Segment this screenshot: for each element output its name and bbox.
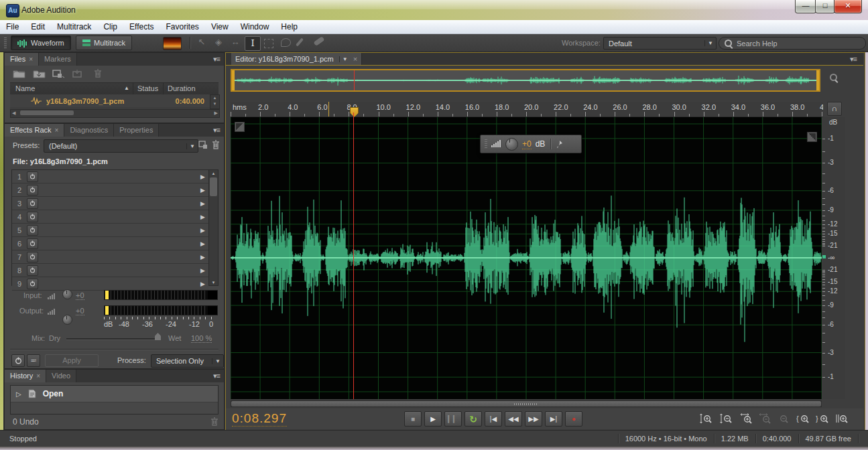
rack-vscrollbar[interactable]: ▲ ▼	[208, 169, 219, 286]
column-name[interactable]: Name	[15, 84, 35, 92]
menu-item-favorites[interactable]: Favorites	[160, 20, 205, 33]
scroll-thumb[interactable]	[20, 110, 74, 115]
tab-editor[interactable]: Editor: y16L8g3m7090_1.pcm ▼ ×	[231, 53, 362, 65]
menu-item-clip[interactable]: Clip	[97, 20, 123, 33]
go-to-start-button[interactable]: |◀	[485, 411, 502, 427]
panel-menu-icon[interactable]: ▾≡	[850, 55, 857, 64]
slot-expand-icon[interactable]: ▶	[200, 227, 205, 234]
rack-slot-row[interactable]: 6▶	[12, 237, 209, 250]
zoom-in-horizontal-button[interactable]	[739, 412, 753, 425]
files-vscrollbar[interactable]: ▲▼	[210, 94, 220, 109]
slot-power-button[interactable]	[27, 171, 38, 182]
tab-markers[interactable]: Markers	[39, 53, 77, 66]
zoom-navigator-strip[interactable]	[231, 69, 820, 92]
scroll-thumb[interactable]	[210, 177, 217, 196]
history-trash-icon[interactable]	[210, 417, 219, 427]
menu-item-help[interactable]: Help	[275, 20, 304, 33]
search-help-input[interactable]: Search Help	[719, 37, 866, 50]
chevron-down-icon[interactable]: ▼	[339, 56, 351, 62]
zoom-out-vertical-button[interactable]	[719, 412, 733, 425]
hud-gain-value[interactable]: +0	[522, 139, 532, 149]
range-handle-right[interactable]	[816, 70, 819, 90]
open-file-icon[interactable]	[13, 69, 26, 78]
rack-slot-row[interactable]: 4▶	[12, 210, 209, 224]
tab-diagnostics[interactable]: Diagnostics	[64, 124, 114, 137]
panel-menu-icon[interactable]: ▾≡	[213, 126, 220, 135]
db-ruler[interactable]: dB -1-1-3-3-6-6-9-9-12-12-15-15-21-21-∞	[822, 117, 845, 399]
tab-history[interactable]: History×	[5, 370, 46, 382]
column-status[interactable]: Status	[137, 84, 158, 92]
maximize-button[interactable]: □	[815, 0, 835, 13]
slot-expand-icon[interactable]: ▶	[200, 281, 205, 287]
delete-preset-trash-icon[interactable]	[211, 139, 221, 150]
rack-slot-row[interactable]: 8▶	[12, 264, 209, 277]
waveform-display[interactable]	[231, 117, 822, 399]
process-dropdown[interactable]: Selection Only ▼	[151, 354, 224, 368]
file-row[interactable]: y16L8g3m7090_1.pcm 0:40.000	[10, 94, 210, 108]
lasso-tool-icon[interactable]	[281, 38, 291, 47]
panel-menu-icon[interactable]: ▾≡	[213, 55, 220, 64]
tab-properties[interactable]: Properties	[114, 124, 159, 137]
zoom-out-full-icon[interactable]	[830, 74, 837, 82]
menu-item-multitrack[interactable]: Multitrack	[51, 20, 97, 33]
rack-slot-row[interactable]: 9▶	[12, 277, 209, 291]
output-gain-value[interactable]: +0	[76, 307, 84, 315]
zoom-in-vertical-button[interactable]	[698, 412, 713, 425]
zoom-out-horizontal-button[interactable]	[757, 412, 772, 425]
time-display[interactable]: 0:08.297	[232, 411, 287, 427]
stop-button[interactable]: ■	[404, 411, 422, 427]
slot-power-button[interactable]	[27, 225, 38, 236]
fast-forward-button[interactable]: ▶▶	[525, 411, 542, 427]
tab-files[interactable]: Files×	[5, 53, 39, 66]
apply-button[interactable]: Apply	[45, 354, 99, 367]
input-gain-value[interactable]: +0	[76, 291, 84, 300]
history-entry-open[interactable]: ▷ Open	[11, 386, 218, 402]
mix-slider-track[interactable]	[66, 338, 160, 340]
insert-multitrack-icon[interactable]	[72, 69, 85, 78]
waveform-view-button[interactable]: Waveform	[11, 35, 71, 50]
mix-value[interactable]: 100 %	[191, 334, 212, 343]
rack-slot-row[interactable]: 7▶	[12, 250, 209, 264]
files-header-row[interactable]: Name ▲ Status Duration	[10, 82, 219, 95]
menu-item-window[interactable]: Window	[235, 20, 275, 33]
time-selection-tool-icon[interactable]: ↔	[228, 37, 243, 47]
play-button[interactable]: ▶	[424, 411, 442, 427]
files-hscrollbar[interactable]: ◀ ▶	[10, 109, 220, 118]
slot-power-button[interactable]	[27, 212, 38, 222]
slot-expand-icon[interactable]: ▶	[200, 254, 205, 260]
menu-item-edit[interactable]: Edit	[25, 20, 51, 33]
scroll-up-icon[interactable]: ▲	[209, 170, 218, 177]
close-icon[interactable]: ×	[353, 55, 357, 63]
slot-power-button[interactable]	[27, 198, 38, 209]
presets-dropdown[interactable]: (Default) ▼	[44, 139, 198, 153]
save-preset-icon[interactable]	[198, 140, 208, 151]
close-button[interactable]: ✕	[834, 0, 862, 13]
slot-power-button[interactable]	[27, 185, 38, 196]
pause-button[interactable]: ▎▎	[444, 411, 462, 427]
menu-item-view[interactable]: View	[205, 20, 235, 33]
tab-video[interactable]: Video	[46, 370, 76, 382]
output-gain-knob[interactable]	[62, 315, 72, 325]
slot-power-button[interactable]	[27, 252, 38, 262]
rack-slot-row[interactable]: 1▶	[12, 170, 209, 183]
move-tool-icon[interactable]: ↖	[194, 37, 209, 47]
corner-handle-top-right[interactable]	[807, 132, 817, 142]
range-handle-left[interactable]	[232, 70, 235, 90]
zoom-out-point-button[interactable]: }	[815, 412, 830, 425]
rack-slot-row[interactable]: 2▶	[12, 183, 209, 197]
hud-grip[interactable]	[485, 139, 487, 149]
sort-ascending-icon[interactable]: ▲	[124, 85, 129, 91]
paintbrush-tool-icon[interactable]	[296, 38, 304, 46]
close-icon[interactable]: ×	[29, 56, 33, 63]
volume-hud[interactable]: +0 dB	[480, 135, 582, 153]
tab-effects-rack[interactable]: Effects Rack×	[5, 124, 64, 137]
scroll-left-icon[interactable]: ◀	[12, 110, 15, 116]
waveform-hscrollbar[interactable]	[231, 400, 822, 407]
minimize-button[interactable]: —	[795, 0, 816, 13]
rewind-button[interactable]: ◀◀	[505, 411, 522, 427]
multitrack-view-button[interactable]: Multitrack	[76, 35, 132, 50]
slip-tool-icon[interactable]: ◈	[211, 37, 226, 47]
spectral-display-button[interactable]	[163, 37, 182, 50]
pin-icon[interactable]	[555, 140, 563, 148]
record-button[interactable]: ●	[565, 411, 582, 427]
